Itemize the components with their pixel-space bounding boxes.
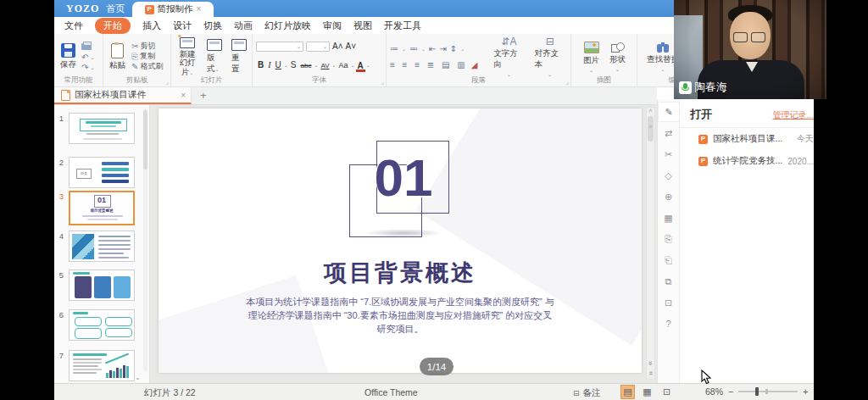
shadow-button[interactable]: S <box>289 61 298 69</box>
copy-page-icon[interactable]: ⎘ <box>658 229 679 249</box>
indent-button[interactable]: ⇥ <box>439 44 446 53</box>
slide-sorter-view-button[interactable]: ▦ <box>640 385 654 399</box>
paste-button[interactable]: 粘贴 <box>107 37 128 76</box>
document-window-tab[interactable]: P 简报制作 × <box>132 2 214 17</box>
close-icon[interactable]: × <box>181 91 186 100</box>
thumbnail-preview-7[interactable] <box>69 350 135 381</box>
outdent-button[interactable]: ⇤ <box>429 44 436 53</box>
font-color-button[interactable]: A <box>356 61 365 70</box>
print-icon[interactable] <box>81 43 92 50</box>
grow-font-button[interactable]: A˄ <box>332 42 343 51</box>
thumbnail-row-3-selected[interactable]: 3 01 项目背景概述 <box>54 191 149 225</box>
swap-icon[interactable]: ⇄ <box>658 123 679 143</box>
shrink-font-button[interactable]: A˅ <box>346 42 357 51</box>
menu-home[interactable]: 开始 <box>95 18 131 34</box>
zoom-slider-thumb[interactable] <box>755 387 759 396</box>
font-name-select[interactable]: ⌄ <box>256 42 303 52</box>
italic-button[interactable]: I <box>266 61 272 69</box>
zoom-in-button[interactable]: + <box>803 386 808 397</box>
canvas-vertical-scrollbar[interactable]: ˄ « « <box>646 107 655 380</box>
cut-button[interactable]: ✂剪切 <box>131 42 163 51</box>
new-slide-button[interactable]: 新建幻灯片⌄ <box>175 37 200 76</box>
undo-button[interactable]: ↶⌄ <box>81 53 94 62</box>
home-button[interactable]: 首页 <box>106 3 125 15</box>
menu-review[interactable]: 审阅 <box>323 19 342 32</box>
thumb6-box <box>75 328 102 339</box>
align-text-button[interactable]: ⊟ 对齐文本 ⌄ <box>532 37 568 76</box>
menu-slideshow[interactable]: 幻灯片放映 <box>264 19 311 32</box>
document-tab[interactable]: 国家社科项目课件 × <box>54 87 192 104</box>
menu-transitions[interactable]: 切换 <box>203 19 222 32</box>
edit-pencil-icon[interactable]: ✎ <box>658 102 679 122</box>
layout-button[interactable]: 版式⌄ <box>204 37 225 76</box>
strikethrough-button[interactable]: abc <box>299 62 314 69</box>
normal-view-button[interactable]: ▤ <box>620 385 635 399</box>
char-spacing-button[interactable]: AV <box>319 62 331 69</box>
thumbnail-preview-3[interactable]: 01 项目背景概述 <box>69 191 135 225</box>
menu-animations[interactable]: 动画 <box>234 19 253 32</box>
thumbnail-preview-2[interactable]: 目录 <box>69 157 135 188</box>
webcam-video-overlay[interactable]: 陶春海 <box>674 0 826 99</box>
clipboard-icon[interactable]: ⎗ <box>658 250 679 270</box>
thumbnail-scroll-down-icon[interactable]: ⌄ <box>135 374 141 381</box>
numbering-button[interactable]: ≕ <box>409 44 418 53</box>
text-direction-button[interactable]: ⇵A 文字方向 ⌄ <box>491 37 526 76</box>
scroll-up-icon[interactable]: ˄ <box>647 108 654 114</box>
menu-file[interactable]: 文件 <box>64 19 83 32</box>
thumbnail-preview-4[interactable] <box>69 231 135 262</box>
underline-button[interactable]: U <box>274 61 283 69</box>
copy-button[interactable]: ⎘复制 <box>131 53 163 61</box>
move-icon[interactable]: ⊕ <box>658 186 679 207</box>
app-logo[interactable]: YOZO 首页 <box>66 0 125 17</box>
notes-toggle[interactable]: ⊟ 备注 <box>573 387 601 399</box>
format-painter-button[interactable]: ✎格式刷 <box>131 63 163 71</box>
slideshow-view-button[interactable]: ⊡ <box>659 385 674 399</box>
scissors-icon[interactable]: ✂ <box>658 144 679 164</box>
shapes-button[interactable]: 形状 ⌄ <box>607 37 628 76</box>
tag-icon[interactable]: ◇ <box>658 165 679 186</box>
manage-records-link[interactable]: 管理记录... <box>773 109 814 121</box>
redo-button[interactable]: ↷⌄ <box>81 64 94 72</box>
change-case-button[interactable]: Aa <box>337 61 350 69</box>
menu-design[interactable]: 设计 <box>173 19 192 32</box>
file-date: 2020... <box>787 157 814 166</box>
theme-name[interactable]: Office Theme <box>364 387 418 397</box>
help-icon[interactable]: ? <box>658 314 679 334</box>
current-slide[interactable]: 01 项目背景概述 本项目为统计学课题指南中 “7.区域协调发展与产业空间集聚的… <box>159 108 642 373</box>
close-icon[interactable]: × <box>197 5 202 14</box>
slide-canvas: 01 项目背景概述 本项目为统计学课题指南中 “7.区域协调发展与产业空间集聚的… <box>150 105 657 383</box>
thumbnail-row-5[interactable]: 5 <box>54 269 149 301</box>
picture-button[interactable]: 图片 ⌄ <box>581 37 602 76</box>
thumbnail-row-2[interactable]: 2 目录 <box>54 157 149 188</box>
line-spacing-button[interactable]: ⇕ <box>450 44 457 53</box>
thumbnail-preview-1[interactable] <box>69 113 135 144</box>
thumbnail-preview-5[interactable] <box>69 269 135 301</box>
thumbnail-row-6[interactable]: 6 <box>54 309 149 341</box>
grid-icon[interactable]: ▦ <box>658 208 679 228</box>
thumbnail-row-1[interactable]: 1 <box>54 113 149 144</box>
thumbnail-scrollbar[interactable] <box>143 108 147 371</box>
table-direction-button[interactable]: ◢ <box>471 60 478 69</box>
font-size-select[interactable]: ⌄ <box>306 42 330 52</box>
next-slide-button[interactable]: « <box>647 371 654 375</box>
menu-devtools[interactable]: 开发工具 <box>384 19 421 32</box>
zoom-out-button[interactable]: − <box>728 386 733 397</box>
previous-slide-button[interactable]: « <box>647 361 654 365</box>
bold-button[interactable]: B <box>256 61 265 69</box>
thumbnail-row-4[interactable]: 4 <box>54 231 149 262</box>
alignment-buttons[interactable]: ≡ ≡ ≡ ≣ ▤ ▥ <box>390 60 468 69</box>
duplicate-icon[interactable]: ⧉ <box>658 271 679 292</box>
reset-button[interactable]: 重置 <box>229 37 249 76</box>
menu-view[interactable]: 视图 <box>353 19 372 32</box>
recent-file-item[interactable]: P 统计学院党务技... 2020... <box>680 150 814 172</box>
save-button[interactable]: 保存 <box>58 37 79 76</box>
new-document-tab-button[interactable]: + <box>200 89 207 102</box>
scrollbar-thumb[interactable] <box>648 116 654 142</box>
thumbnail-preview-6[interactable] <box>69 309 135 341</box>
bullets-button[interactable]: ≔ <box>390 44 398 53</box>
zoom-slider[interactable] <box>738 391 798 392</box>
menu-insert[interactable]: 插入 <box>142 19 161 32</box>
scrollbar-thumb[interactable] <box>143 110 147 169</box>
edit-box-icon[interactable]: ⊡ <box>658 292 679 313</box>
recent-file-item[interactable]: P 国家社科项目课... 今天 <box>680 128 814 150</box>
